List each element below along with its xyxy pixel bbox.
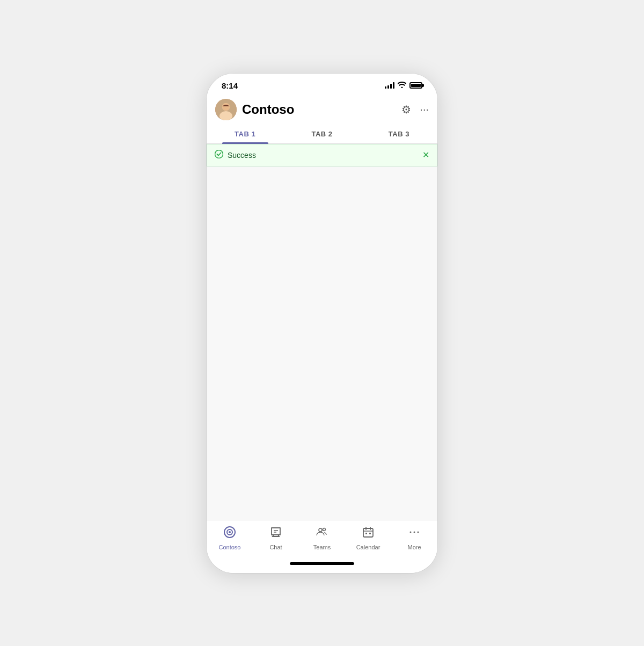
svg-point-20	[418, 531, 419, 533]
status-bar: 8:14	[207, 74, 437, 95]
app-title: Contoso	[242, 102, 401, 117]
status-icons	[385, 82, 422, 90]
teams-nav-icon	[316, 526, 328, 542]
success-close-button[interactable]: ✕	[422, 150, 429, 160]
nav-more-label: More	[407, 544, 421, 550]
bottom-nav: Contoso Chat T	[207, 520, 437, 555]
success-check-icon	[215, 150, 223, 161]
header-icons: ⚙ ···	[401, 103, 429, 116]
nav-calendar-label: Calendar	[356, 544, 380, 550]
nav-contoso-label: Contoso	[219, 544, 241, 550]
svg-rect-16	[365, 533, 367, 534]
tabs-bar: TAB 1 TAB 2 TAB 3	[207, 125, 437, 144]
status-time: 8:14	[222, 81, 238, 90]
contoso-nav-icon	[223, 526, 236, 542]
nav-calendar[interactable]: Calendar	[345, 526, 391, 550]
svg-point-11	[323, 528, 326, 531]
nav-chat[interactable]: Chat	[253, 526, 299, 550]
more-nav-icon	[408, 526, 421, 542]
content-area	[207, 166, 437, 520]
svg-rect-17	[369, 533, 371, 534]
calendar-nav-icon	[362, 526, 375, 542]
tab-2[interactable]: TAB 2	[283, 125, 360, 143]
home-bar	[290, 562, 354, 565]
svg-point-18	[410, 531, 412, 533]
svg-rect-12	[363, 528, 373, 537]
phone-frame: 8:14	[207, 74, 437, 573]
battery-icon	[409, 82, 422, 89]
nav-teams[interactable]: Teams	[299, 526, 345, 550]
chat-nav-icon	[269, 526, 282, 542]
wifi-icon	[398, 82, 406, 90]
app-header: Contoso ⚙ ···	[207, 95, 437, 125]
svg-point-7	[229, 531, 231, 533]
settings-icon[interactable]: ⚙	[401, 103, 411, 116]
nav-contoso[interactable]: Contoso	[207, 526, 253, 550]
nav-teams-label: Teams	[313, 544, 331, 550]
more-options-icon[interactable]: ···	[420, 103, 429, 115]
success-text: Success	[228, 151, 256, 159]
signal-icon	[385, 82, 394, 89]
svg-point-10	[319, 528, 322, 532]
success-banner: Success ✕	[207, 144, 437, 166]
nav-chat-label: Chat	[269, 544, 282, 550]
svg-point-19	[414, 531, 415, 533]
avatar	[215, 99, 237, 120]
home-indicator	[207, 555, 437, 573]
svg-point-3	[222, 103, 230, 111]
nav-more[interactable]: More	[391, 526, 437, 550]
svg-point-4	[215, 150, 223, 158]
tab-1[interactable]: TAB 1	[207, 125, 283, 143]
tab-3[interactable]: TAB 3	[361, 125, 437, 143]
